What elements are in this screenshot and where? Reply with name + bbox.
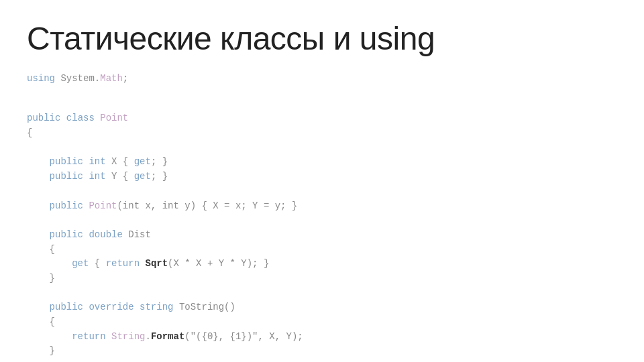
slide: Статические классы и using using System.… — [0, 0, 644, 362]
tostring-open-brace: { — [27, 315, 617, 330]
using-keyword: using — [27, 73, 55, 84]
blank-line-6 — [27, 359, 617, 362]
blank-line-4 — [27, 213, 617, 228]
tostring-close-brace: } — [27, 344, 617, 359]
point-type: Point — [100, 113, 128, 123]
class-kw: class — [66, 113, 95, 123]
dist-close-brace: } — [27, 272, 617, 286]
tostring-return-line: return String.Format("({0}, {1})", X, Y)… — [27, 330, 617, 345]
blank-line-5 — [27, 286, 617, 301]
public-kw: public — [27, 113, 60, 123]
class-declaration: public class Point — [27, 111, 617, 126]
dist-get-line: get { return Sqrt(X * X + Y * Y); } — [27, 257, 617, 272]
open-brace: { — [27, 126, 617, 141]
dist-open-brace: { — [27, 243, 617, 257]
blank-line-2 — [27, 141, 617, 156]
using-text: System. — [55, 73, 100, 84]
blank-line-3 — [27, 184, 617, 199]
using-semi: ; — [123, 73, 128, 84]
prop-y: public int Y { get; } — [27, 170, 617, 184]
blank-line-1 — [27, 97, 617, 112]
slide-title: Статические классы и using — [27, 20, 617, 57]
code-block: using System.Math; public class Point { … — [27, 72, 617, 362]
using-line: using System.Math; — [27, 72, 617, 86]
tostring-declaration: public override string ToString() — [27, 300, 617, 315]
constructor-line: public Point(int x, int y) { X = x; Y = … — [27, 199, 617, 214]
math-type: Math — [100, 73, 123, 84]
dist-declaration: public double Dist — [27, 228, 617, 243]
prop-x: public int X { get; } — [27, 155, 617, 170]
